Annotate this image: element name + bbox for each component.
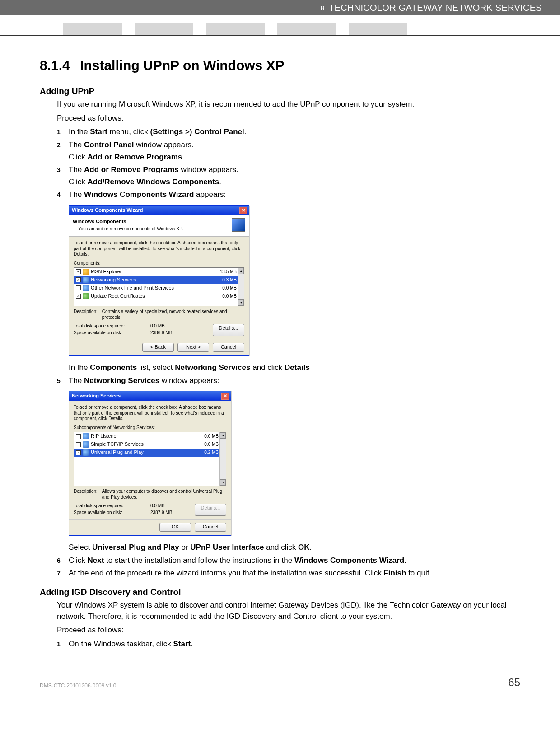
app-icon [83, 285, 89, 291]
next-button[interactable]: Next > [177, 343, 209, 352]
close-icon[interactable]: ✕ [239, 207, 247, 214]
adding-igd-body: Your Windows XP system is able to discov… [40, 600, 520, 650]
details-button: Details... [195, 504, 226, 516]
list-item[interactable]: ✓ Universal Plug and Play 0.2 MB [74, 449, 226, 457]
chapter-title: TECHNICOLOR GATEWAY NETWORK SERVICES [329, 3, 542, 13]
tab-placeholder [135, 23, 193, 35]
dialog-hint: To add or remove a component, click the … [74, 405, 226, 422]
dialog-title: Windows Components Wizard [72, 207, 143, 214]
scroll-down-icon[interactable]: ▾ [238, 299, 244, 306]
dialog-title: Networking Services [72, 393, 121, 400]
step-4: The Windows Components Wizard appears: W… [57, 189, 520, 373]
checkbox-icon[interactable]: ✓ [76, 269, 81, 274]
dialog-buttons: OK Cancel [69, 519, 231, 535]
intro-text: If you are running Microsoft Windows XP,… [57, 99, 520, 110]
description: Description: Allows your computer to dis… [74, 489, 226, 500]
section-number: 8.1.4 [40, 58, 70, 73]
list-item[interactable]: ✓ MSN Explorer 13.5 MB [74, 268, 244, 276]
doc-id: DMS-CTC-20101206-0009 v1.0 [40, 683, 116, 689]
ok-button[interactable]: OK [159, 523, 191, 532]
list-item[interactable]: ✓ Update Root Certificates 0.0 MB [74, 292, 244, 300]
dialog-hint: To add or remove a component, click the … [74, 240, 244, 257]
back-button[interactable]: < Back [142, 343, 174, 352]
igd-step-1: On the Windows taskbar, click Start. [57, 639, 520, 650]
subcomponents-label: Subcomponents of Networking Services: [74, 425, 226, 431]
scroll-up-icon[interactable]: ▴ [220, 432, 226, 439]
step-7: At the end of the procedure the wizard i… [57, 568, 520, 579]
app-icon [83, 277, 89, 283]
step-5: The Networking Services window appears: … [57, 375, 520, 553]
networking-services-dialog: Networking Services ✕ To add or remove a… [69, 391, 231, 536]
dialog-titlebar: Windows Components Wizard ✕ [69, 206, 249, 215]
steps-list: In the Start menu, click (Settings >) Co… [57, 126, 520, 579]
app-icon [83, 449, 89, 456]
list-item[interactable]: Other Network File and Print Services 0.… [74, 284, 244, 292]
igd-steps: On the Windows taskbar, click Start. [57, 639, 520, 650]
chapter-number: 8 [321, 4, 325, 12]
dialog-header: Windows Components You can add or remove… [69, 215, 249, 237]
page-number: 65 [508, 676, 520, 689]
list-item[interactable]: RIP Listener 0.0 MB [74, 432, 226, 440]
step-6: Click Next to start the installation and… [57, 555, 520, 566]
cancel-button[interactable]: Cancel [213, 343, 244, 352]
checkbox-icon[interactable] [76, 285, 81, 290]
checkbox-icon[interactable] [76, 442, 81, 447]
app-icon [83, 293, 89, 299]
tab-placeholder [206, 23, 265, 35]
description: Description: Contains a variety of speci… [74, 309, 244, 320]
adding-upnp-body: If you are running Microsoft Windows XP,… [40, 99, 520, 579]
app-icon [83, 433, 89, 439]
tab-placeholder [63, 23, 122, 35]
cancel-button[interactable]: Cancel [195, 523, 226, 532]
wizard-icon [232, 218, 245, 232]
page-footer: DMS-CTC-20101206-0009 v1.0 65 [0, 663, 560, 698]
section-text: Installing UPnP on Windows XP [80, 58, 285, 73]
dialog-buttons: < Back Next > Cancel [69, 340, 249, 355]
subcomponents-listbox[interactable]: RIP Listener 0.0 MB Simple TCP/IP Servic… [74, 432, 226, 486]
chapter-header: 8 TECHNICOLOR GATEWAY NETWORK SERVICES [0, 0, 560, 15]
checkbox-icon[interactable]: ✓ [76, 450, 81, 455]
scroll-up-icon[interactable]: ▴ [238, 268, 244, 274]
tab-placeholder [277, 23, 336, 35]
app-icon [83, 441, 89, 448]
close-icon[interactable]: ✕ [221, 393, 229, 400]
subhead-adding-upnp: Adding UPnP [40, 86, 520, 96]
subhead-adding-igd: Adding IGD Discovery and Control [40, 587, 520, 597]
checkbox-icon[interactable] [76, 434, 81, 439]
windows-components-wizard-dialog: Windows Components Wizard ✕ Windows Comp… [69, 205, 249, 356]
list-item[interactable]: ✓ Networking Services 0.3 MB [74, 276, 244, 284]
scrollbar[interactable]: ▴▾ [219, 432, 226, 486]
list-item[interactable]: Simple TCP/IP Services 0.0 MB [74, 440, 226, 449]
tab-placeholder [349, 23, 407, 35]
step-1: In the Start menu, click (Settings >) Co… [57, 126, 520, 138]
checkbox-icon[interactable]: ✓ [76, 294, 81, 299]
proceed-text: Proceed as follows: [57, 625, 520, 636]
components-listbox[interactable]: ✓ MSN Explorer 13.5 MB ✓ Networking Serv… [74, 267, 244, 306]
igd-intro: Your Windows XP system is able to discov… [57, 600, 520, 622]
app-icon [83, 269, 89, 275]
step-3: The Add or Remove Programs window appear… [57, 164, 520, 187]
section-title: 8.1.4 Installing UPnP on Windows XP [40, 58, 520, 76]
checkbox-icon[interactable]: ✓ [76, 277, 81, 282]
tabs-band [0, 15, 560, 36]
components-label: Components: [74, 260, 244, 267]
details-button[interactable]: Details... [213, 324, 244, 336]
scrollbar[interactable]: ▴▾ [238, 268, 244, 306]
dialog-titlebar: Networking Services ✕ [69, 391, 231, 401]
proceed-text: Proceed as follows: [57, 113, 520, 124]
scroll-down-icon[interactable]: ▾ [220, 479, 226, 486]
step-2: The Control Panel window appears. Click … [57, 140, 520, 163]
